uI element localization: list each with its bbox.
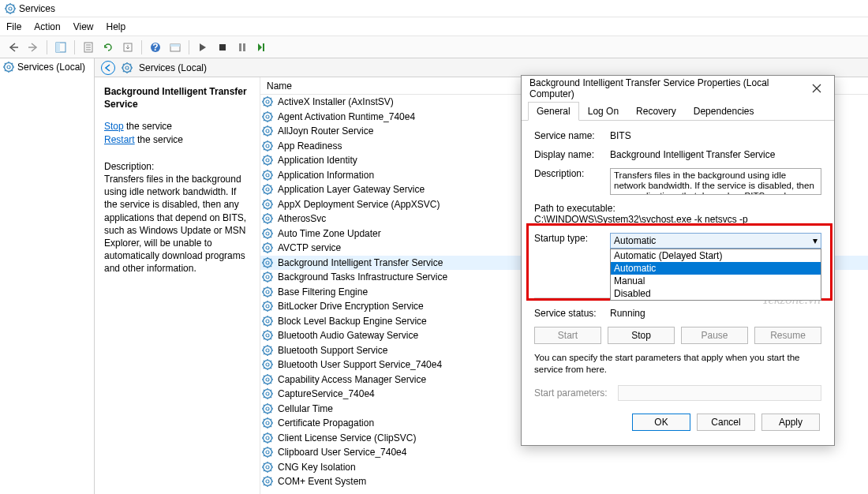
service-row[interactable]: COM+ Event System [260,474,868,489]
description-box[interactable]: Transfers files in the background using … [610,168,821,195]
nav-back-icon[interactable] [101,61,115,75]
description-text: Transfers files in the background using … [104,173,250,275]
gear-icon [262,345,273,356]
close-button[interactable] [808,79,826,98]
service-name-label: Capability Access Manager Service [278,374,426,385]
service-name-label: Agent Activation Runtime_740e4 [278,111,415,122]
service-name-label: Auto Time Zone Updater [278,228,381,239]
svg-text:?: ? [152,42,158,53]
toolbar: ? [0,36,868,58]
service-status-value: Running [610,308,821,319]
restart-button[interactable] [253,39,271,56]
label-display-name: Display name: [534,149,610,160]
cancel-button[interactable]: Cancel [697,414,755,431]
svg-rect-25 [243,43,245,51]
gear-icon [262,170,273,181]
tab-logon[interactable]: Log On [579,102,627,121]
svg-rect-13 [56,43,60,52]
apply-button[interactable]: Apply [761,414,820,431]
service-name-label: Block Level Backup Engine Service [278,316,427,327]
display-name-value: Background Intelligent Transfer Service [610,149,821,160]
service-name-label: AppX Deployment Service (AppXSVC) [278,199,440,210]
refresh-button[interactable] [99,39,117,56]
tab-general[interactable]: General [528,102,579,121]
gear-icon [262,316,273,327]
service-name-label: Application Layer Gateway Service [278,184,425,195]
tab-recovery[interactable]: Recovery [627,102,685,121]
stop-link[interactable]: Stop [104,121,124,132]
gear-icon [262,271,273,283]
startup-type-selected: Automatic [614,235,656,246]
gear-icon [262,432,273,443]
service-row[interactable]: Clipboard User Service_740e4 [260,445,868,460]
menu-file[interactable]: File [6,21,21,32]
menu-action[interactable]: Action [34,21,60,32]
back-button[interactable] [5,39,22,56]
gear-icon [262,184,273,195]
service-row[interactable]: CNG Key Isolation [260,460,868,475]
properties-button[interactable] [80,39,97,56]
description-label: Description: [104,160,250,173]
dialog-title: Background Intelligent Transfer Service … [529,77,808,99]
service-name-label: App Readiness [278,140,342,152]
menu-help[interactable]: Help [107,21,126,32]
gear-icon [262,374,273,385]
startup-option[interactable]: Automatic [611,262,821,275]
service-name-label: AtherosSvc [278,213,326,224]
service-name-label: BitLocker Drive Encryption Service [278,301,424,312]
service-name-label: Application Information [278,170,374,181]
start-parameters-field [618,385,821,401]
tree-root-item[interactable]: Services (Local) [17,62,85,73]
stop-service-button[interactable]: Stop [608,327,675,344]
close-icon [812,84,821,93]
resume-button[interactable]: Resume [754,327,821,344]
forward-button[interactable] [24,39,42,56]
gear-icon [122,62,133,73]
gear-icon [262,403,273,414]
pause-button[interactable] [234,39,251,56]
gear-icon [262,447,273,458]
service-name-label: ActiveX Installer (AxInstSV) [278,96,394,107]
label-description: Description: [534,168,610,195]
startup-option[interactable]: Disabled [611,287,821,300]
menu-view[interactable]: View [73,21,94,32]
tab-dependencies[interactable]: Dependencies [685,102,763,121]
restart-link[interactable]: Restart [104,134,135,145]
gear-icon [262,286,273,298]
gear-icon [262,140,273,152]
selected-service-name: Background Intelligent Transfer Service [104,85,250,110]
stop-button[interactable] [214,39,231,56]
show-hide-tree-button[interactable] [52,39,69,56]
service-name-label: Bluetooth Audio Gateway Service [278,330,418,341]
service-name-label: AVCTP service [278,242,341,253]
label-service-name: Service name: [534,130,610,141]
chevron-down-icon: ▾ [813,235,817,246]
gear-icon [262,257,273,268]
service-name-label: Application Identity [278,155,357,166]
play-button[interactable] [194,39,211,56]
service-name-label: CNG Key Isolation [278,462,356,473]
menubar: File Action View Help [0,17,868,36]
gear-icon [262,301,273,312]
gear-icon [262,125,273,137]
svg-rect-22 [170,44,180,47]
help-button[interactable]: ? [147,39,164,56]
gear-icon [262,213,273,224]
service-name-label: AllJoyn Router Service [278,125,373,137]
toolbar-btn-extra[interactable] [166,39,184,56]
console-tree: Services (Local) [0,58,95,494]
export-button[interactable] [119,39,137,56]
pause-service-button[interactable]: Pause [681,327,748,344]
startup-option[interactable]: Manual [611,275,821,287]
gear-icon [262,199,273,210]
service-name-label: COM+ Event System [278,476,366,487]
startup-type-combo[interactable]: Automatic ▾ [610,233,821,249]
service-name-label: Client License Service (ClipSVC) [278,432,416,443]
ok-button[interactable]: OK [632,414,690,431]
service-name-label: Background Intelligent Transfer Service [278,257,443,268]
startup-option[interactable]: Automatic (Delayed Start) [611,249,821,262]
gear-icon [262,476,273,487]
label-start-parameters: Start parameters: [534,387,610,399]
start-button[interactable]: Start [534,327,601,344]
gear-icon [262,242,273,253]
